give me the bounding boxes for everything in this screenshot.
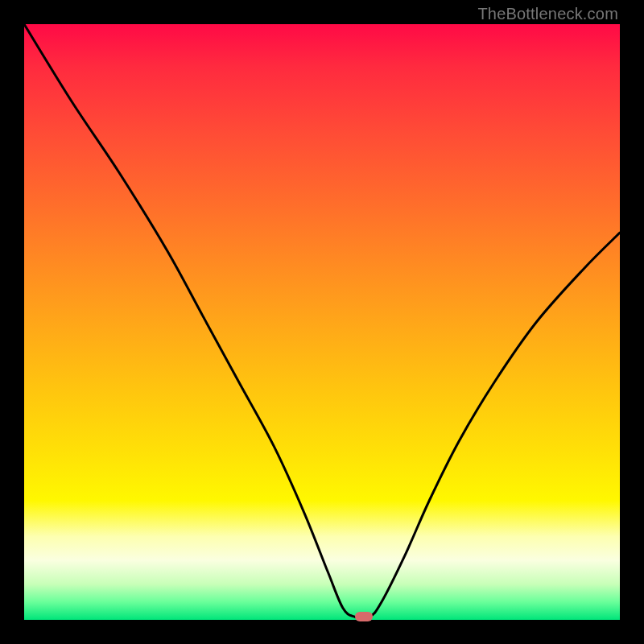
curve-path bbox=[24, 24, 620, 618]
bottleneck-curve bbox=[24, 24, 620, 620]
watermark-text: TheBottleneck.com bbox=[477, 5, 618, 23]
plot-area bbox=[24, 24, 620, 620]
minimum-marker bbox=[355, 612, 373, 621]
chart-frame: TheBottleneck.com bbox=[0, 0, 644, 644]
